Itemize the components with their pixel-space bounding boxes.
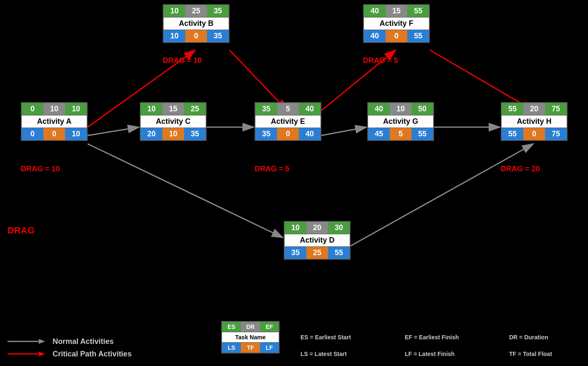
drag-main-label: DRAG [8,225,35,236]
activity-g-lf: 55 [411,128,433,140]
activity-g: 40 10 50 Activity G 45 5 55 [367,102,434,141]
activity-e-ef: 40 [299,103,320,115]
activity-g-name: Activity G [368,115,433,128]
legend-es-label: ES [222,322,241,332]
normal-arrow-icon [8,337,45,346]
activity-c-ef: 25 [184,103,206,115]
activity-c-lf: 35 [184,128,206,140]
activity-h-es: 55 [502,103,523,115]
legend-desc-dr: DR = Duration [509,333,548,341]
legend-desc-ls: LS = Latest Start [300,350,347,358]
critical-activities-label: Critical Path Activities [53,350,131,358]
activity-h-lf: 75 [545,128,567,140]
activity-g-tf: 5 [390,128,411,140]
activity-c-ls: 20 [141,128,162,140]
activity-h-tf: 0 [523,128,545,140]
activity-a: 0 10 10 Activity A 0 0 10 [21,102,88,141]
activity-e-tf: 0 [277,128,299,140]
svg-line-8 [321,127,366,135]
activity-a-name: Activity A [22,115,87,128]
activity-d-ls: 35 [285,247,306,259]
legend-task-name: Task Name [222,332,279,343]
activity-f-ef: 55 [407,5,429,17]
activity-f-name: Activity F [364,17,429,30]
activity-f-dr: 15 [386,5,407,17]
activity-h-drag: DRAG = 20 [501,165,540,173]
activity-e-dr: 5 [277,103,299,115]
normal-activities-label: Normal Activities [53,337,114,346]
activity-a-ef: 10 [65,103,87,115]
svg-line-4 [88,144,283,238]
activity-c: 10 15 25 Activity C 20 10 35 [140,102,207,141]
activity-c-es: 10 [141,103,162,115]
activity-d-ef: 30 [328,222,350,234]
legend-ls-label: LS [222,343,241,353]
legend-critical: Critical Path Activities [8,349,131,358]
activity-h: 55 20 75 Activity H 55 0 75 [501,102,568,141]
activity-g-es: 40 [368,103,390,115]
activity-e-es: 35 [255,103,277,115]
activity-a-dr: 10 [43,103,65,115]
activity-h-ef: 75 [545,103,567,115]
legend-dr-label: DR [241,322,260,332]
activity-b-es: 10 [164,5,185,17]
activity-h-ls: 55 [502,128,523,140]
activity-e: 35 5 40 Activity E 35 0 40 [255,102,321,141]
activity-b-ef: 35 [207,5,229,17]
activity-f-ls: 40 [364,30,386,42]
activity-f: 40 15 55 Activity F 40 0 55 [363,4,430,43]
activity-g-ef: 50 [411,103,433,115]
activity-d-lf: 55 [328,247,350,259]
legend-normal: Normal Activities [8,337,131,346]
critical-arrow-icon [8,349,45,358]
activity-a-tf: 0 [43,128,65,140]
legend-ef-label: EF [260,322,279,332]
activity-e-ls: 35 [255,128,277,140]
activity-a-es: 0 [22,103,43,115]
svg-line-9 [430,50,533,110]
activity-e-lf: 40 [299,128,320,140]
activity-g-dr: 10 [390,103,411,115]
activity-b-ls: 10 [164,30,185,42]
svg-line-3 [88,127,139,135]
activity-b-drag: DRAG = 10 [163,56,202,65]
activity-a-ls: 0 [22,128,43,140]
legend-desc-es: ES = Earliest Start [300,333,351,341]
activity-b-lf: 35 [207,30,229,42]
activity-b-name: Activity B [164,17,229,30]
activity-c-dr: 15 [162,103,184,115]
activity-g-ls: 45 [368,128,390,140]
activity-c-name: Activity C [141,115,206,128]
activity-f-tf: 0 [386,30,407,42]
activity-a-drag: DRAG = 10 [21,165,60,173]
activity-d-es: 10 [285,222,306,234]
activity-f-lf: 55 [407,30,429,42]
activity-d: 10 20 30 Activity D 35 25 55 [284,221,351,260]
activity-b-dr: 25 [185,5,207,17]
activity-a-lf: 10 [65,128,87,140]
activity-d-name: Activity D [285,234,350,247]
activity-e-name: Activity E [255,115,320,128]
legend-desc-tf: TF = Total Float [509,350,552,358]
activity-b-tf: 0 [185,30,207,42]
activity-d-dr: 20 [306,222,328,234]
legend-node-area: ES DR EF Task Name LS TF LF [221,321,280,353]
svg-line-5 [230,50,287,110]
activity-f-drag: DRAG = 5 [363,56,398,65]
svg-marker-15 [39,351,45,356]
activity-c-tf: 10 [162,128,184,140]
svg-line-11 [351,144,533,246]
legend-tf-label: TF [241,343,260,353]
activity-e-drag: DRAG = 5 [255,165,290,173]
activity-h-dr: 20 [523,103,545,115]
activity-f-es: 40 [364,5,386,17]
activity-b: 10 25 35 Activity B 10 0 35 [163,4,230,43]
activity-h-name: Activity H [502,115,567,128]
activity-d-tf: 25 [306,247,328,259]
legend-desc-ef: EF = Earliest Finish [405,333,459,341]
legend-desc-lf: LF = Latest Finish [405,350,454,358]
svg-marker-13 [39,339,45,344]
legend-lf-label: LF [260,343,279,353]
legend-node: ES DR EF Task Name LS TF LF [221,321,280,353]
